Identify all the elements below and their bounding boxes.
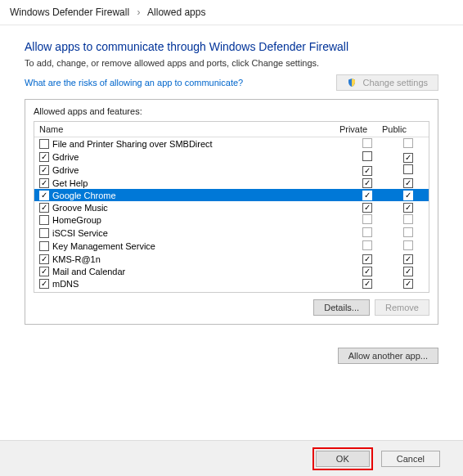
checkbox-icon[interactable] (362, 138, 372, 148)
checkbox-icon[interactable] (403, 227, 413, 237)
allow-another-app-button[interactable]: Allow another app... (338, 348, 438, 364)
change-settings-button[interactable]: Change settings (336, 74, 438, 91)
table-row[interactable]: ✓Google Chrome✓✓ (34, 189, 429, 201)
checkbox-icon[interactable]: ✓ (403, 153, 413, 163)
app-name: Get Help (52, 178, 88, 188)
checkbox-icon[interactable]: ✓ (362, 203, 372, 213)
checkbox-icon[interactable]: ✓ (39, 254, 49, 264)
breadcrumb-separator: › (137, 7, 140, 18)
checkbox-icon[interactable]: ✓ (39, 178, 49, 188)
checkbox-icon[interactable] (362, 227, 372, 237)
checkbox-icon[interactable]: ✓ (362, 279, 372, 289)
checkbox-icon[interactable] (39, 139, 49, 149)
checkbox-icon[interactable]: ✓ (403, 203, 413, 213)
col-public-header[interactable]: Public (374, 124, 415, 134)
checkbox-icon[interactable]: ✓ (403, 254, 413, 264)
checkbox-icon[interactable] (39, 215, 49, 225)
risks-link[interactable]: What are the risks of allowing an app to… (25, 78, 243, 88)
checkbox-icon[interactable] (403, 138, 413, 148)
checkbox-icon[interactable] (362, 151, 372, 161)
table-row[interactable]: File and Printer Sharing over SMBDirect (34, 137, 429, 150)
table-row[interactable]: ✓Mail and Calendar✓✓ (34, 265, 429, 277)
ok-button[interactable]: OK (316, 451, 370, 467)
allowed-apps-group: Allowed apps and features: Name Private … (25, 99, 438, 325)
cancel-button[interactable]: Cancel (381, 451, 440, 467)
bottom-bar: OK Cancel (0, 440, 463, 476)
table-row[interactable]: ✓mDNS✓✓ (34, 277, 429, 290)
checkbox-icon[interactable]: ✓ (403, 178, 413, 188)
checkbox-icon[interactable]: ✓ (403, 279, 413, 289)
table-row[interactable]: Key Management Service (34, 240, 429, 253)
group-label: Allowed apps and features: (34, 106, 429, 116)
checkbox-icon[interactable]: ✓ (39, 152, 49, 162)
table-row[interactable]: ✓Groove Music✓✓ (34, 201, 429, 213)
breadcrumb-parent[interactable]: Windows Defender Firewall (10, 7, 129, 18)
checkbox-icon[interactable] (403, 164, 413, 174)
app-name: Groove Music (52, 203, 108, 213)
page-subtext: To add, change, or remove allowed apps a… (25, 58, 438, 68)
app-name: Mail and Calendar (52, 267, 125, 276)
breadcrumb-current: Allowed apps (147, 7, 205, 18)
table-row[interactable]: ✓KMS-R@1n✓✓ (34, 253, 429, 265)
checkbox-icon[interactable] (362, 214, 372, 224)
checkbox-icon[interactable]: ✓ (403, 191, 413, 200)
app-name: HomeGroup (52, 215, 101, 225)
app-name: Gdrive (52, 165, 79, 175)
app-name: mDNS (52, 279, 79, 289)
checkbox-icon[interactable]: ✓ (39, 165, 49, 175)
checkbox-icon[interactable]: ✓ (39, 279, 49, 289)
checkbox-icon[interactable] (403, 240, 413, 250)
checkbox-icon[interactable]: ✓ (362, 267, 372, 276)
checkbox-icon[interactable] (362, 240, 372, 250)
checkbox-icon[interactable]: ✓ (362, 178, 372, 188)
checkbox-icon[interactable]: ✓ (362, 166, 372, 176)
col-name-header[interactable]: Name (34, 124, 333, 134)
app-name: KMS-R@1n (52, 254, 101, 264)
checkbox-icon[interactable]: ✓ (362, 191, 372, 200)
page-title: Allow apps to communicate through Window… (25, 40, 438, 53)
table-row[interactable]: ✓Gdrive✓ (34, 164, 429, 177)
checkbox-icon[interactable] (403, 214, 413, 224)
ok-highlight: OK (312, 447, 373, 470)
breadcrumb[interactable]: Windows Defender Firewall › Allowed apps (0, 0, 463, 25)
details-button[interactable]: Details... (313, 299, 370, 316)
app-name: Google Chrome (52, 191, 116, 200)
checkbox-icon[interactable]: ✓ (39, 267, 49, 276)
table-row[interactable]: ✓Get Help✓✓ (34, 177, 429, 189)
shield-icon (347, 78, 357, 88)
apps-list[interactable]: Name Private Public File and Printer Sha… (34, 121, 429, 293)
app-name: Gdrive (52, 152, 79, 162)
app-name: Key Management Service (52, 241, 155, 251)
table-row[interactable]: ✓Gdrive✓ (34, 150, 429, 164)
list-header: Name Private Public (34, 122, 429, 137)
checkbox-icon[interactable]: ✓ (362, 254, 372, 264)
table-row[interactable]: iSCSI Service (34, 227, 429, 240)
checkbox-icon[interactable]: ✓ (39, 191, 49, 200)
table-row[interactable]: HomeGroup (34, 213, 429, 227)
app-name: File and Printer Sharing over SMBDirect (52, 139, 213, 149)
app-name: iSCSI Service (52, 228, 108, 238)
checkbox-icon[interactable]: ✓ (39, 203, 49, 213)
checkbox-icon[interactable]: ✓ (403, 267, 413, 276)
checkbox-icon[interactable] (39, 228, 49, 238)
remove-button[interactable]: Remove (375, 299, 429, 316)
col-private-header[interactable]: Private (333, 124, 374, 134)
checkbox-icon[interactable] (39, 241, 49, 251)
